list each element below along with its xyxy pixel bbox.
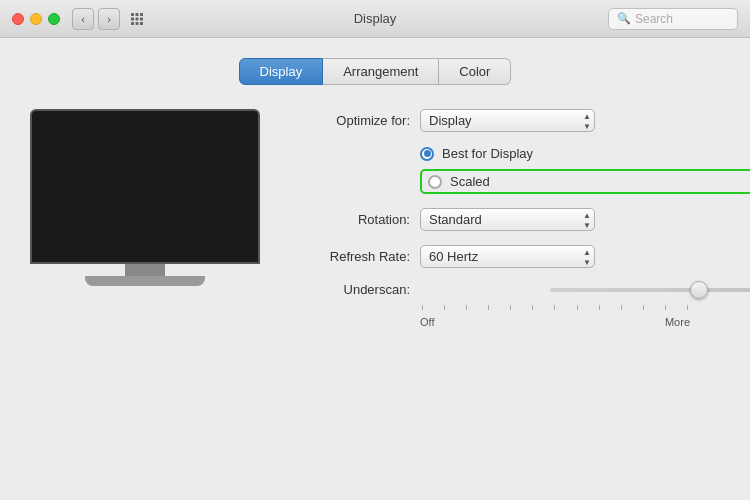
rotation-select-wrapper: Standard ▲ ▼ (420, 208, 595, 231)
rotation-select[interactable]: Standard (420, 208, 595, 231)
window-title: Display (354, 11, 397, 26)
forward-button[interactable]: › (98, 8, 120, 30)
tab-arrangement[interactable]: Arrangement (323, 58, 439, 85)
search-icon: 🔍 (617, 12, 631, 25)
refresh-select-wrapper: 60 Hertz ▲ ▼ (420, 245, 595, 268)
monitor-screen (30, 109, 260, 264)
radio-scaled[interactable]: Scaled (428, 174, 490, 189)
settings-panel: Optimize for: Display ▲ ▼ Best (290, 109, 750, 328)
tabs-bar: Display Arrangement Color (30, 58, 720, 85)
slider-labels: Off More (420, 316, 690, 328)
scaled-highlight-box: Scaled (420, 169, 750, 194)
optimize-row: Optimize for: Display ▲ ▼ (290, 109, 750, 132)
rotation-label: Rotation: (290, 212, 410, 227)
monitor-stand-base (85, 276, 205, 286)
tab-color[interactable]: Color (439, 58, 511, 85)
slider-tick (621, 305, 622, 310)
radio-best-display-label: Best for Display (442, 146, 533, 161)
slider-tick (422, 305, 423, 310)
svg-rect-2 (140, 13, 143, 16)
traffic-lights (12, 13, 60, 25)
slider-tick (532, 305, 533, 310)
slider-tick (665, 305, 666, 310)
svg-rect-8 (140, 22, 143, 25)
minimize-button[interactable] (30, 13, 42, 25)
svg-rect-6 (131, 22, 134, 25)
main-content: Display Arrangement Color Optimize for: … (0, 38, 750, 500)
underscan-label: Underscan: (290, 282, 410, 297)
tab-display[interactable]: Display (239, 58, 324, 85)
search-placeholder: Search (635, 12, 673, 26)
refresh-select[interactable]: 60 Hertz (420, 245, 595, 268)
underscan-slider-track[interactable] (550, 288, 750, 292)
optimize-select[interactable]: Display (420, 109, 595, 132)
refresh-row: Refresh Rate: 60 Hertz ▲ ▼ (290, 245, 750, 268)
svg-rect-1 (136, 13, 139, 16)
slider-tick (687, 305, 688, 310)
optimize-label: Optimize for: (290, 113, 410, 128)
nav-buttons: ‹ › (72, 8, 120, 30)
radio-scaled-label: Scaled (450, 174, 490, 189)
slider-tick (599, 305, 600, 310)
radio-best-display-input[interactable] (420, 147, 434, 161)
titlebar: ‹ › Display 🔍 Search (0, 0, 750, 38)
close-button[interactable] (12, 13, 24, 25)
underscan-label-row: Underscan: (290, 282, 750, 297)
back-button[interactable]: ‹ (72, 8, 94, 30)
monitor-preview (30, 109, 260, 286)
svg-rect-7 (136, 22, 139, 25)
rotation-row: Rotation: Standard ▲ ▼ (290, 208, 750, 231)
slider-tick (488, 305, 489, 310)
svg-rect-0 (131, 13, 134, 16)
svg-rect-5 (140, 17, 143, 20)
underscan-row: Underscan: (290, 282, 750, 328)
slider-tick (643, 305, 644, 310)
slider-tick (466, 305, 467, 310)
radio-scaled-input[interactable] (428, 175, 442, 189)
slider-label-left: Off (420, 316, 434, 328)
slider-tick (554, 305, 555, 310)
slider-ticks (420, 305, 690, 310)
radio-best-display[interactable]: Best for Display (420, 146, 750, 161)
svg-rect-3 (131, 17, 134, 20)
grid-button[interactable] (126, 8, 148, 30)
search-box[interactable]: 🔍 Search (608, 8, 738, 30)
maximize-button[interactable] (48, 13, 60, 25)
resolution-radio-group: Best for Display Scaled (420, 146, 750, 194)
svg-rect-4 (136, 17, 139, 20)
slider-tick (444, 305, 445, 310)
refresh-label: Refresh Rate: (290, 249, 410, 264)
content-area: Optimize for: Display ▲ ▼ Best (30, 109, 720, 328)
optimize-select-wrapper: Display ▲ ▼ (420, 109, 595, 132)
slider-tick (510, 305, 511, 310)
monitor-stand-neck (125, 264, 165, 276)
underscan-slider-thumb[interactable] (690, 281, 708, 299)
slider-tick (577, 305, 578, 310)
slider-label-right: More (665, 316, 690, 328)
